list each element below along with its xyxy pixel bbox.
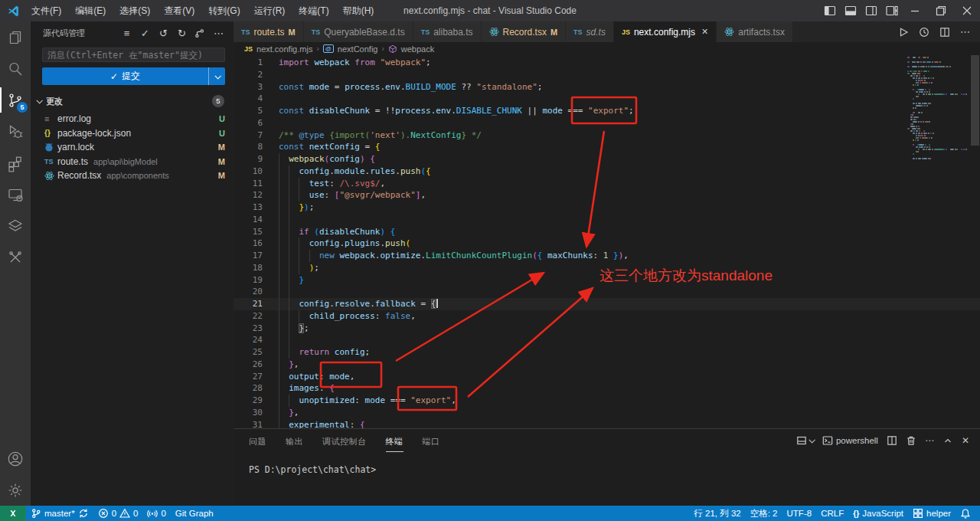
change-package-lock.json[interactable]: {} package-lock.json U [31, 126, 234, 141]
eol[interactable]: CRLF [816, 506, 848, 521]
terminal-prompt[interactable]: PS D:\project\chat\chat> [249, 464, 376, 475]
change-route.ts[interactable]: TS route.ts app\api\bigModel M [31, 155, 234, 169]
code-line-27[interactable]: 27output: mode, [234, 371, 980, 383]
change-Record.tsx[interactable]: Record.tsx app\components M [31, 169, 234, 183]
code-line-8[interactable]: 8const nextConfig = { [234, 141, 980, 153]
layout-customize-icon[interactable] [881, 0, 902, 21]
branch-status[interactable]: master* [26, 506, 93, 521]
commit-button[interactable]: ✓ 提交 [42, 67, 225, 85]
activity-search[interactable] [0, 53, 31, 84]
code-line-23[interactable]: 23}; [234, 323, 980, 335]
tab-next.config.mjs[interactable]: JSnext.config.mjs✕ [614, 21, 717, 42]
change-error.log[interactable]: ≡ error.log U [31, 112, 234, 126]
ports-status[interactable]: 0 [142, 506, 170, 521]
breadcrumb[interactable]: JSnext.config.mjs›@nextConfig›webpack [234, 42, 980, 55]
code-line-6[interactable]: 6 [234, 117, 980, 129]
activity-run-and-debug[interactable] [0, 116, 31, 147]
encoding[interactable]: UTF-8 [782, 506, 817, 521]
more-icon[interactable]: ⋯ [213, 28, 224, 39]
code-line-3[interactable]: 3const mode = process.env.BUILD_MODE ?? … [234, 81, 980, 93]
menu-s[interactable]: 选择(S) [113, 0, 157, 21]
code-line-16[interactable]: 16config.plugins.push( [234, 238, 980, 250]
menu-t[interactable]: 终端(T) [292, 0, 335, 21]
remote-indicator[interactable] [0, 506, 26, 521]
code-line-20[interactable]: 20 [234, 286, 980, 298]
indentation[interactable]: 空格: 2 [746, 506, 782, 521]
menu-h[interactable]: 帮助(H) [336, 0, 381, 21]
breadcrumb-item[interactable]: webpack [401, 44, 434, 54]
code-line-14[interactable]: 14 [234, 214, 980, 226]
check-icon[interactable]: ✓ [139, 28, 151, 39]
tab-sd.ts[interactable]: TSsd.ts [566, 21, 614, 42]
menu-v[interactable]: 查看(V) [157, 0, 201, 21]
activity-extensions[interactable] [0, 147, 31, 179]
more-icon[interactable]: ⋯ [925, 435, 934, 446]
git-graph-button[interactable]: Git Graph [171, 506, 218, 521]
menu-r[interactable]: 运行(R) [247, 0, 292, 21]
code-line-15[interactable]: 15if (disableChunk) { [234, 226, 980, 238]
split-editor-icon[interactable] [887, 435, 897, 446]
panel-tab-调试控制台[interactable]: 调试控制台 [322, 436, 367, 452]
code-line-10[interactable]: 10config.module.rules.push({ [234, 165, 980, 178]
code-line-26[interactable]: 26}, [234, 359, 980, 371]
panel-select-icon[interactable] [796, 435, 814, 446]
refresh-icon[interactable]: ↻ [176, 28, 188, 39]
chevron-up-icon[interactable] [942, 435, 953, 446]
activity-manage[interactable] [0, 474, 31, 506]
more-icon[interactable]: ⋯ [960, 26, 970, 38]
graph-icon[interactable] [194, 28, 206, 38]
minimize-button[interactable] [902, 0, 928, 21]
restore-button[interactable] [928, 0, 954, 21]
editor-scrollbar[interactable] [971, 55, 979, 146]
tab-QueryableBase.d.ts[interactable]: TSQueryableBase.d.ts [304, 21, 413, 42]
commit-message-input[interactable] [42, 48, 225, 62]
panel-tab-输出[interactable]: 输出 [286, 436, 303, 452]
code-line-19[interactable]: 19} [234, 274, 980, 287]
code-line-12[interactable]: 12use: ["@svgr/webpack"], [234, 189, 980, 202]
code-line-9[interactable]: 9webpack(config) { [234, 153, 980, 165]
helper-extension[interactable]: helper [908, 506, 956, 521]
layout-panel-icon[interactable] [840, 0, 861, 21]
code-line-2[interactable]: 2 [234, 69, 980, 81]
minimap[interactable] [906, 55, 967, 429]
code-line-4[interactable]: 4 [234, 93, 980, 105]
history-icon[interactable] [919, 27, 929, 38]
notifications-bell[interactable] [956, 506, 975, 521]
code-line-31[interactable]: 31experimental: { [234, 419, 980, 430]
activity-remote-explorer[interactable] [0, 179, 31, 210]
change-yarn.lock[interactable]: yarn.lock M [31, 140, 234, 155]
code-line-11[interactable]: 11test: /\.svg$/, [234, 178, 980, 190]
code-line-18[interactable]: 18); [234, 262, 980, 274]
activity-accounts[interactable] [0, 443, 31, 474]
code-line-24[interactable]: 24 [234, 334, 980, 346]
code-line-21[interactable]: 21config.resolve.fallback = { [234, 298, 980, 310]
activity-layers-view[interactable] [0, 210, 31, 241]
code-line-1[interactable]: 1import webpack from "webpack"; [234, 57, 980, 69]
layout-sidebar-right-icon[interactable] [861, 0, 881, 21]
terminal-instance[interactable]: powershell [822, 435, 878, 446]
commit-dropdown-button[interactable] [208, 67, 225, 85]
tab-close-icon[interactable]: ✕ [701, 27, 708, 37]
changes-section-header[interactable]: 更改 5 [31, 93, 234, 110]
code-editor[interactable]: 1import webpack from "webpack";23const m… [234, 55, 980, 429]
view-list-icon[interactable]: ≡ [121, 28, 132, 39]
menu-e[interactable]: 编辑(E) [68, 0, 113, 21]
split-editor-icon[interactable] [939, 27, 950, 38]
code-line-13[interactable]: 13}); [234, 202, 980, 214]
tab-alibaba.ts[interactable]: TSalibaba.ts [413, 21, 482, 42]
breadcrumb-item[interactable]: next.config.mjs [256, 44, 312, 54]
close-icon[interactable]: ✕ [962, 435, 969, 446]
code-line-7[interactable]: 7/** @type {import('next').NextConfig} *… [234, 129, 980, 142]
tab-route.ts[interactable]: TSroute.tsM [234, 21, 304, 42]
play-icon[interactable] [898, 27, 909, 38]
panel-tab-问题[interactable]: 问题 [249, 436, 266, 452]
history-icon[interactable]: ↺ [158, 28, 169, 39]
menu-f[interactable]: 文件(F) [24, 0, 68, 21]
trash-icon[interactable] [906, 435, 916, 446]
code-line-5[interactable]: 5const disableChunk = !!process.env.DISA… [234, 105, 980, 117]
problems-status[interactable]: 00 [93, 506, 143, 521]
code-line-25[interactable]: 25return config; [234, 346, 980, 359]
activity-explorer[interactable] [0, 21, 31, 53]
tab-artifacts.tsx[interactable]: artifacts.tsx [717, 21, 793, 42]
layout-sidebar-left-icon[interactable] [819, 0, 840, 21]
